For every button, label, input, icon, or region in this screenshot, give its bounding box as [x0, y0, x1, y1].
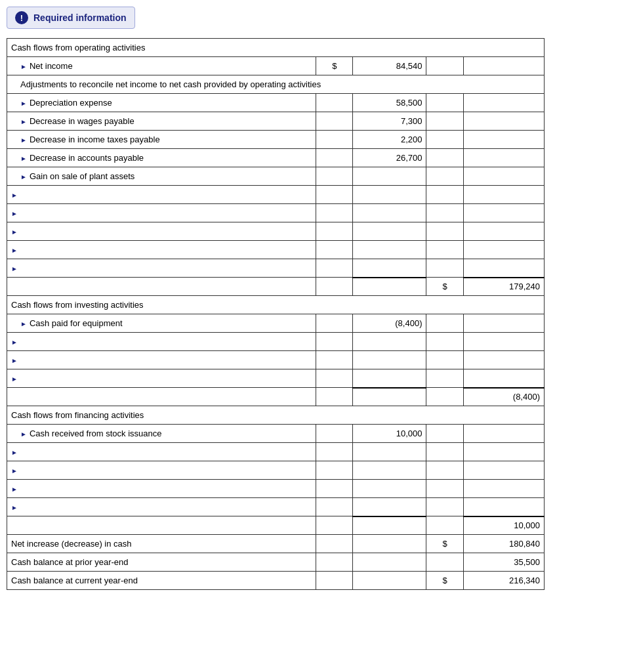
empty-label-cell[interactable]: ►: [7, 461, 316, 480]
empty-col3[interactable]: [353, 241, 426, 259]
col2: [316, 112, 353, 131]
empty-col2[interactable]: [316, 351, 353, 369]
col5-value[interactable]: [463, 167, 544, 186]
col3-value[interactable]: 84,540: [353, 57, 426, 75]
empty-col5[interactable]: [463, 351, 544, 369]
empty-col2[interactable]: [316, 461, 353, 480]
empty-col4[interactable]: [426, 259, 463, 278]
total-col2: [316, 388, 353, 406]
empty-label-cell[interactable]: ►: [7, 222, 316, 241]
empty-col4[interactable]: [426, 333, 463, 351]
empty-col4[interactable]: [426, 204, 463, 222]
empty-col5[interactable]: [463, 480, 544, 498]
empty-col3[interactable]: [353, 369, 426, 388]
total-col4: [426, 516, 463, 535]
empty-col3[interactable]: [353, 333, 426, 351]
col3-value[interactable]: 26,700: [353, 149, 426, 167]
empty-label-cell[interactable]: ►: [7, 259, 316, 278]
empty-col4[interactable]: [426, 461, 463, 480]
summary-label: Cash balance at prior year-end: [7, 553, 316, 572]
empty-label-cell[interactable]: ►: [7, 186, 316, 204]
row-label[interactable]: ►Cash paid for equipment: [7, 314, 316, 333]
empty-col5[interactable]: [463, 241, 544, 259]
empty-col2[interactable]: [316, 443, 353, 461]
col3-value[interactable]: 10,000: [353, 425, 426, 443]
col3-value[interactable]: 58,500: [353, 94, 426, 112]
total-col4: $: [426, 278, 463, 296]
col5-value[interactable]: [463, 94, 544, 112]
col5-value[interactable]: [463, 314, 544, 333]
empty-label-cell[interactable]: ►: [7, 443, 316, 461]
col5-value[interactable]: [463, 425, 544, 443]
empty-col5[interactable]: [463, 443, 544, 461]
col3-value[interactable]: [353, 167, 426, 186]
empty-label-cell[interactable]: ►: [7, 480, 316, 498]
col3-value[interactable]: 7,300: [353, 112, 426, 131]
col4: [426, 131, 463, 149]
empty-col2[interactable]: [316, 369, 353, 388]
empty-col2[interactable]: [316, 259, 353, 278]
summary-col4: $: [426, 572, 463, 590]
required-info-label: Required information: [33, 12, 127, 23]
col2: [316, 425, 353, 443]
empty-label-cell[interactable]: ►: [7, 241, 316, 259]
empty-col3[interactable]: [353, 443, 426, 461]
empty-col5[interactable]: [463, 333, 544, 351]
empty-col3[interactable]: [353, 222, 426, 241]
summary-label: Net increase (decrease) in cash: [7, 535, 316, 553]
col3-value[interactable]: 2,200: [353, 131, 426, 149]
row-label[interactable]: ►Decrease in accounts payable: [7, 149, 316, 167]
empty-col5[interactable]: [463, 369, 544, 388]
empty-col2[interactable]: [316, 241, 353, 259]
empty-col5[interactable]: [463, 461, 544, 480]
empty-col3[interactable]: [353, 480, 426, 498]
total-label: [7, 388, 316, 406]
row-label[interactable]: ►Cash received from stock issuance: [7, 425, 316, 443]
empty-col2[interactable]: [316, 204, 353, 222]
empty-col4[interactable]: [426, 498, 463, 516]
row-label[interactable]: ►Gain on sale of plant assets: [7, 167, 316, 186]
empty-col3[interactable]: [353, 351, 426, 369]
empty-col2[interactable]: [316, 222, 353, 241]
row-label[interactable]: ►Decrease in wages payable: [7, 112, 316, 131]
summary-col5-value: 180,840: [463, 535, 544, 553]
empty-col3[interactable]: [353, 204, 426, 222]
empty-col4[interactable]: [426, 443, 463, 461]
row-label[interactable]: ►Net income: [7, 57, 316, 75]
empty-label-cell[interactable]: ►: [7, 369, 316, 388]
empty-label-cell[interactable]: ►: [7, 333, 316, 351]
empty-col4[interactable]: [426, 369, 463, 388]
empty-col2[interactable]: [316, 498, 353, 516]
empty-label-cell[interactable]: ►: [7, 498, 316, 516]
empty-label-cell[interactable]: ►: [7, 204, 316, 222]
empty-col4[interactable]: [426, 222, 463, 241]
row-label[interactable]: ►Depreciation expense: [7, 94, 316, 112]
empty-col2[interactable]: [316, 186, 353, 204]
col5-value[interactable]: [463, 131, 544, 149]
empty-col2[interactable]: [316, 480, 353, 498]
col2: $: [316, 57, 353, 75]
col5-value[interactable]: [463, 112, 544, 131]
col4: [426, 112, 463, 131]
col3-value[interactable]: (8,400): [353, 314, 426, 333]
col5-value[interactable]: [463, 57, 544, 75]
empty-col3[interactable]: [353, 498, 426, 516]
empty-col5[interactable]: [463, 222, 544, 241]
summary-col2: [316, 572, 353, 590]
empty-label-cell[interactable]: ►: [7, 351, 316, 369]
empty-col4[interactable]: [426, 480, 463, 498]
empty-col2[interactable]: [316, 333, 353, 351]
empty-col3[interactable]: [353, 259, 426, 278]
empty-col5[interactable]: [463, 186, 544, 204]
col5-value[interactable]: [463, 149, 544, 167]
section-header: Cash flows from investing activities: [7, 296, 545, 314]
empty-col5[interactable]: [463, 204, 544, 222]
empty-col5[interactable]: [463, 259, 544, 278]
empty-col5[interactable]: [463, 498, 544, 516]
row-label[interactable]: ►Decrease in income taxes payable: [7, 131, 316, 149]
empty-col3[interactable]: [353, 461, 426, 480]
empty-col3[interactable]: [353, 186, 426, 204]
empty-col4[interactable]: [426, 186, 463, 204]
empty-col4[interactable]: [426, 351, 463, 369]
empty-col4[interactable]: [426, 241, 463, 259]
